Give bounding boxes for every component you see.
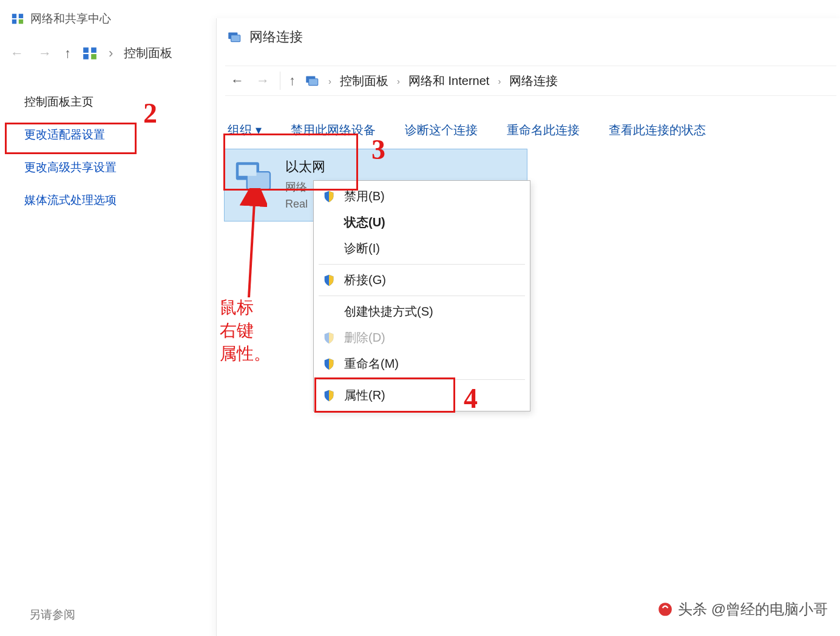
- toolbar-diagnose[interactable]: 诊断这个连接: [405, 122, 478, 138]
- svg-rect-4: [83, 47, 89, 53]
- fg-window-title: 网络连接: [226, 28, 303, 46]
- toolbar-organize[interactable]: 组织 ▾: [228, 122, 262, 138]
- ctx-divider: [319, 264, 525, 265]
- bg-title-text: 网络和共享中心: [30, 11, 111, 27]
- toolbar-rename[interactable]: 重命名此连接: [507, 122, 580, 138]
- ctx-disable-label: 禁用(B): [344, 188, 385, 205]
- toolbar-disable-device[interactable]: 禁用此网络设备: [291, 122, 376, 138]
- fg-nav-bar: ← → ↑ › 控制面板 › 网络和 Internet › 网络连接: [225, 66, 836, 96]
- svg-rect-2: [12, 19, 16, 24]
- breadcrumb-network-internet[interactable]: 网络和 Internet: [408, 73, 489, 89]
- network-connections-icon: [226, 29, 242, 45]
- bg-nav-bar: ← → ↑ › 控制面板: [8, 45, 172, 61]
- breadcrumb-icon: [82, 46, 98, 61]
- bc-sep-2: ›: [397, 76, 400, 86]
- network-sharing-center-window: 网络和共享中心 ← → ↑ › 控制面板 控制面板主页 更改适配器设置 更改高级…: [0, 0, 218, 636]
- up-button[interactable]: ↑: [64, 46, 71, 61]
- nav-divider: [280, 72, 280, 90]
- bg-window-title: 网络和共享中心: [11, 11, 111, 27]
- fg-forward-button[interactable]: →: [254, 73, 271, 89]
- ctx-status[interactable]: 状态(U): [314, 209, 530, 235]
- shield-icon: [322, 190, 336, 203]
- fg-toolbar: 组织 ▾ 禁用此网络设备 诊断这个连接 重命名此连接 查看此连接的状态: [228, 115, 840, 144]
- fg-up-button[interactable]: ↑: [289, 73, 296, 89]
- ctx-disable[interactable]: 禁用(B): [314, 183, 530, 209]
- toolbar-view-status[interactable]: 查看此连接的状态: [609, 122, 706, 138]
- ctx-diagnose[interactable]: 诊断(I): [314, 235, 530, 262]
- sidebar-home[interactable]: 控制面板主页: [24, 94, 117, 110]
- organize-label: 组织: [228, 122, 252, 138]
- svg-rect-11: [309, 79, 318, 86]
- ctx-shortcut-label: 创建快捷方式(S): [344, 303, 433, 320]
- svg-rect-3: [19, 19, 23, 24]
- bg-sidebar: 控制面板主页 更改适配器设置 更改高级共享设置 媒体流式处理选项: [24, 94, 117, 208]
- svg-rect-5: [91, 47, 97, 53]
- fg-breadcrumb-icon: [304, 73, 320, 89]
- shield-icon: [322, 274, 336, 287]
- shield-icon: [322, 331, 336, 345]
- svg-rect-9: [231, 35, 240, 42]
- bc-sep-1: ›: [328, 76, 331, 86]
- breadcrumb-control-panel[interactable]: 控制面板: [124, 45, 172, 61]
- ctx-divider: [319, 296, 525, 296]
- svg-rect-14: [239, 165, 256, 176]
- svg-rect-7: [91, 54, 97, 59]
- sidebar-media-streaming[interactable]: 媒体流式处理选项: [24, 192, 117, 208]
- fg-back-button[interactable]: ←: [229, 73, 246, 89]
- svg-rect-0: [12, 14, 16, 18]
- bc-sep-3: ›: [498, 76, 501, 86]
- also-see-label: 另请参阅: [29, 607, 75, 623]
- ctx-status-label: 状态(U): [344, 214, 385, 231]
- ctx-shortcut[interactable]: 创建快捷方式(S): [314, 299, 530, 325]
- breadcrumb-cp[interactable]: 控制面板: [340, 73, 388, 89]
- shield-icon: [322, 389, 336, 402]
- ctx-rename[interactable]: 重命名(M): [314, 351, 530, 377]
- network-center-icon: [11, 12, 24, 25]
- connection-name: 以太网: [285, 158, 325, 176]
- ctx-properties-label: 属性(R): [344, 387, 385, 404]
- ctx-bridge[interactable]: 桥接(G): [314, 267, 530, 293]
- shield-icon: [322, 357, 336, 371]
- ctx-diagnose-label: 诊断(I): [344, 240, 380, 257]
- ctx-delete[interactable]: 删除(D): [314, 325, 530, 351]
- ctx-rename-label: 重命名(M): [344, 356, 399, 372]
- ctx-properties[interactable]: 属性(R): [314, 382, 530, 408]
- svg-rect-6: [83, 54, 89, 59]
- context-menu: 禁用(B) 状态(U) 诊断(I) 桥接(G) 创建快捷方式(S) 删除(D) …: [313, 180, 530, 411]
- breadcrumb-network-connections[interactable]: 网络连接: [509, 73, 558, 89]
- breadcrumb-sep: ›: [109, 46, 113, 61]
- ctx-divider: [319, 379, 525, 380]
- ctx-delete-label: 删除(D): [344, 330, 385, 346]
- svg-rect-1: [19, 14, 23, 18]
- fg-title-text: 网络连接: [249, 28, 303, 46]
- chevron-down-icon: ▾: [256, 123, 262, 137]
- ctx-bridge-label: 桥接(G): [344, 272, 386, 288]
- sidebar-advanced-sharing[interactable]: 更改高级共享设置: [24, 160, 117, 175]
- ethernet-icon: [232, 155, 276, 199]
- sidebar-adapter-settings[interactable]: 更改适配器设置: [24, 127, 117, 143]
- forward-button[interactable]: →: [36, 46, 53, 61]
- back-button[interactable]: ←: [8, 46, 25, 61]
